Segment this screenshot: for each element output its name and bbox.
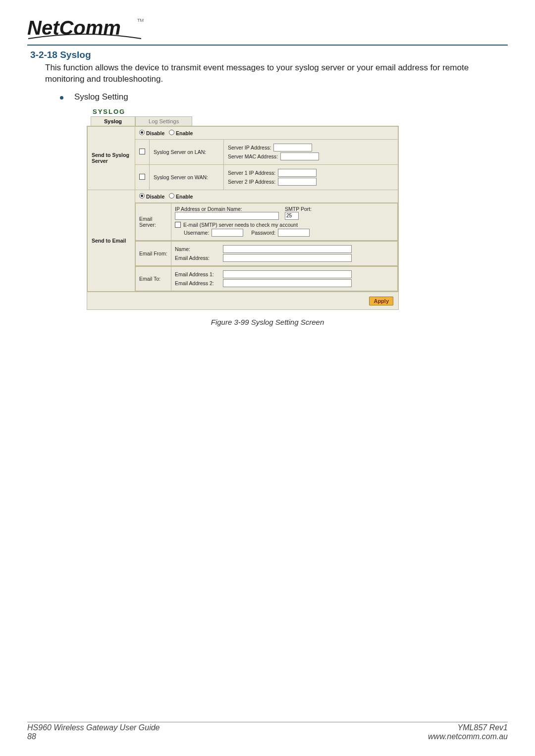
label-password: Password: [251, 230, 275, 236]
bullet-icon [60, 96, 63, 100]
input-from-email[interactable] [223, 254, 352, 262]
tab-log-settings[interactable]: Log Settings [135, 116, 192, 126]
radio-email-enable[interactable] [169, 193, 174, 199]
input-from-name[interactable] [223, 245, 352, 253]
intro-paragraph: This function allows the device to trans… [45, 62, 508, 85]
input-wan-server1-ip[interactable] [278, 169, 317, 177]
label-to-email1: Email Address 1: [175, 271, 220, 277]
label-send-to-syslog: Send to Syslog Server [88, 126, 135, 190]
label-wan-ip1: Server 1 IP Address: [228, 170, 275, 176]
footer-guide-title: HS960 Wireless Gateway User Guide [27, 723, 160, 732]
label-from-email: Email Address: [175, 255, 220, 261]
label-syslog-lan: Syslog Server on LAN: [150, 139, 224, 164]
svg-text:TM: TM [137, 18, 144, 23]
input-to-email2[interactable] [223, 279, 352, 287]
radio-syslog-enable[interactable] [169, 130, 174, 135]
footer-revision: YML857 Rev1 [428, 723, 508, 732]
input-wan-server2-ip[interactable] [278, 178, 317, 186]
header-rule [27, 45, 508, 46]
input-lan-server-ip[interactable] [273, 144, 312, 151]
label-smtp-auth: E-mail (SMTP) server needs to check my a… [183, 222, 298, 228]
label-server-ip: Server IP Address: [228, 145, 271, 151]
tab-syslog[interactable]: Syslog [91, 116, 135, 126]
checkbox-syslog-wan[interactable] [139, 174, 145, 180]
label-username: Username: [184, 230, 209, 236]
input-to-email1[interactable] [223, 270, 352, 278]
input-password[interactable] [278, 229, 310, 237]
label-email-to: Email To: [136, 266, 171, 291]
label-email-from: Email From: [136, 241, 171, 265]
footer-url: www.netcomm.com.au [428, 732, 508, 741]
bullet-label: Syslog Setting [74, 92, 128, 102]
label-enable: Enable [176, 130, 193, 136]
label-wan-ip2: Server 2 IP Address: [228, 179, 275, 185]
label-disable2: Disable [146, 194, 164, 200]
label-send-to-email: Send to Email [88, 190, 135, 291]
panel-title: SYSLOG [87, 105, 399, 115]
syslog-screenshot: SYSLOG Syslog Log Settings Send to Syslo… [87, 105, 399, 310]
label-server-mac: Server MAC Address: [228, 153, 278, 159]
brand-logo: NetComm TM [27, 15, 508, 43]
label-disable: Disable [146, 130, 164, 136]
label-ip-or-domain: IP Address or Domain Name: [175, 206, 279, 212]
label-enable2: Enable [176, 194, 193, 200]
label-smtp-port: SMTP Port: [285, 206, 312, 212]
label-from-name: Name: [175, 246, 220, 252]
footer-page-number: 88 [27, 732, 160, 741]
apply-button[interactable]: Apply [369, 297, 393, 305]
section-heading: 3-2-18 Syslog [30, 50, 508, 60]
radio-email-disable[interactable] [139, 193, 145, 199]
input-username[interactable] [212, 229, 243, 237]
figure-caption: Figure 3-99 Syslog Setting Screen [27, 318, 508, 326]
label-syslog-wan: Syslog Server on WAN: [150, 164, 224, 190]
radio-syslog-disable[interactable] [139, 130, 145, 135]
input-smtp-port[interactable] [285, 212, 299, 220]
svg-text:NetComm: NetComm [27, 17, 121, 39]
label-to-email2: Email Address 2: [175, 280, 220, 286]
page-footer: HS960 Wireless Gateway User Guide 88 YML… [27, 722, 508, 741]
checkbox-smtp-auth[interactable] [175, 222, 181, 228]
input-email-server-host[interactable] [175, 212, 279, 220]
label-email-server: Email Server: [136, 203, 171, 240]
input-lan-server-mac[interactable] [280, 152, 319, 160]
checkbox-syslog-lan[interactable] [139, 149, 145, 154]
